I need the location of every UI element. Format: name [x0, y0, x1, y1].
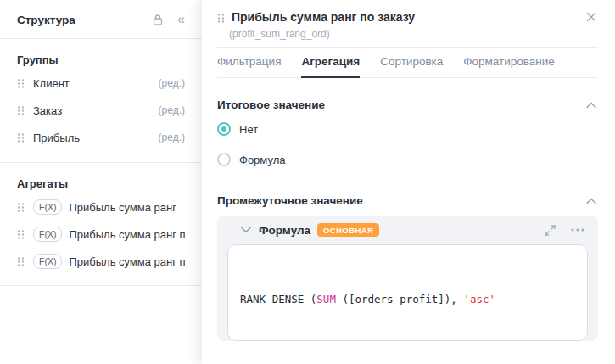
app-window: Структура « Группы Клиент (ред.)	[0, 0, 615, 364]
expand-icon[interactable]	[543, 223, 557, 238]
formula-section-label: Формула	[259, 224, 310, 237]
drag-handle-icon[interactable]	[17, 105, 25, 116]
radio-icon[interactable]	[217, 153, 231, 166]
settings-tabs: Фильтрация Агрегация Сортировка Форматир…	[217, 48, 598, 78]
drag-handle-icon[interactable]	[17, 132, 25, 143]
collapse-sidebar-icon[interactable]: «	[176, 11, 187, 28]
edit-link[interactable]: (ред.)	[159, 77, 185, 89]
group-item-label: Клиент	[33, 77, 159, 90]
tab-filtering[interactable]: Фильтрация	[217, 48, 281, 78]
aggregate-item-label: Прибыль сумма ранг	[69, 201, 185, 214]
chevron-up-icon[interactable]	[584, 100, 598, 110]
formula-card: Формула ОСНОВНАЯ RANK_DENSE (SUM ([order…	[217, 216, 598, 341]
radio-option-none[interactable]: Нет	[217, 116, 598, 142]
close-icon[interactable]	[584, 10, 598, 24]
radio-option-formula[interactable]: Формула	[217, 147, 598, 172]
chevron-up-icon[interactable]	[584, 196, 598, 206]
total-value-heading: Итоговое значение	[217, 98, 325, 111]
tab-aggregation[interactable]: Агрегация	[301, 48, 360, 78]
panel-title: Прибыль сумма ранг по заказу	[232, 10, 415, 24]
sidebar-title: Структура	[17, 14, 150, 26]
intermediate-value-heading: Промежуточное значение	[217, 194, 363, 207]
chevron-down-icon[interactable]	[241, 227, 251, 233]
drag-handle-icon[interactable]	[217, 13, 225, 24]
drag-handle-icon[interactable]	[17, 202, 25, 213]
groups-heading: Группы	[17, 53, 185, 66]
tab-formatting[interactable]: Форматирование	[463, 48, 555, 78]
more-options-icon[interactable]	[569, 227, 586, 233]
group-item-label: Заказ	[33, 104, 159, 117]
aggregate-item[interactable]: F(X) Прибыль сумма ранг по...	[0, 221, 202, 248]
drag-handle-icon[interactable]	[17, 229, 25, 240]
formula-fx-badge: F(X)	[33, 199, 62, 215]
resize-grip-icon[interactable]	[575, 328, 583, 336]
sidebar-divider	[0, 38, 202, 39]
sidebar-divider	[0, 285, 202, 286]
group-item-label: Прибыль	[33, 132, 159, 144]
aggregate-item-label: Прибыль сумма ранг по...	[69, 228, 185, 241]
drag-handle-icon[interactable]	[17, 78, 25, 89]
formula-fx-badge: F(X)	[33, 227, 62, 242]
aggregate-item[interactable]: F(X) Прибыль сумма ранг	[0, 193, 202, 221]
structure-sidebar: Структура « Группы Клиент (ред.)	[0, 0, 202, 364]
lock-icon[interactable]	[150, 12, 165, 28]
drag-handle-icon[interactable]	[17, 256, 25, 267]
aggregate-item[interactable]: F(X) Прибыль сумма ранг по...	[0, 248, 202, 275]
radio-label: Нет	[239, 123, 258, 136]
main-formula-badge: ОСНОВНАЯ	[317, 223, 379, 237]
aggregates-heading: Агрегаты	[17, 177, 185, 190]
tab-sorting[interactable]: Сортировка	[380, 48, 443, 78]
group-item-profit[interactable]: Прибыль (ред.)	[0, 124, 202, 151]
field-settings-panel: Прибыль сумма ранг по заказу (profit_sum…	[202, 0, 615, 364]
radio-label: Формула	[239, 154, 285, 166]
formula-code-line: RANK_DENSE (SUM ([orders_profit]), 'asc'	[240, 290, 575, 308]
aggregate-item-label: Прибыль сумма ранг по...	[69, 255, 185, 268]
panel-subtitle: (profit_sum_rang_ord)	[229, 28, 598, 40]
formula-fx-badge: F(X)	[33, 254, 62, 269]
edit-link[interactable]: (ред.)	[159, 132, 185, 143]
group-item-client[interactable]: Клиент (ред.)	[0, 70, 202, 97]
formula-editor[interactable]: RANK_DENSE (SUM ([orders_profit]), 'asc'…	[227, 244, 588, 341]
sidebar-divider	[0, 162, 202, 163]
radio-icon[interactable]	[217, 122, 231, 136]
group-item-order[interactable]: Заказ (ред.)	[0, 97, 202, 124]
edit-link[interactable]: (ред.)	[159, 104, 185, 116]
